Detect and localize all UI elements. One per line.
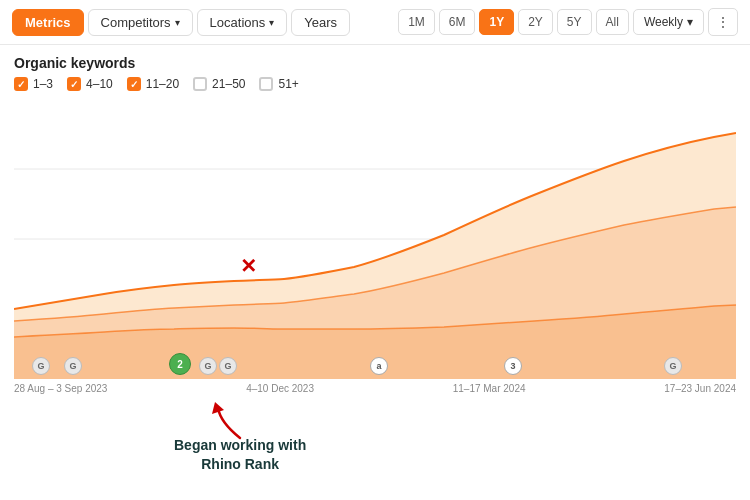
period-1y[interactable]: 1Y bbox=[479, 9, 514, 35]
legend-label-1-3: 1–3 bbox=[33, 77, 53, 91]
event-marker-g1[interactable]: G bbox=[32, 357, 50, 375]
x-label-3: 11–17 Mar 2024 bbox=[453, 383, 526, 394]
checkbox-1-3[interactable]: ✓ bbox=[14, 77, 28, 91]
right-controls: 1M 6M 1Y 2Y 5Y All Weekly ▾ ⋮ bbox=[398, 8, 738, 36]
top-bar: Metrics Competitors ▾ Locations ▾ Years … bbox=[0, 0, 750, 45]
more-options-button[interactable]: ⋮ bbox=[708, 8, 738, 36]
annotation-text: Began working with Rhino Rank bbox=[174, 436, 306, 474]
annotation-arrow bbox=[210, 400, 270, 440]
x-label-1: 28 Aug – 3 Sep 2023 bbox=[14, 383, 107, 394]
x-label-2: 4–10 Dec 2023 bbox=[246, 383, 314, 394]
anomaly-marker: ✕ bbox=[240, 254, 257, 278]
legend-item-51plus: 51+ bbox=[259, 77, 298, 91]
legend-item-21-50: 21–50 bbox=[193, 77, 245, 91]
checkbox-21-50[interactable] bbox=[193, 77, 207, 91]
checkbox-4-10[interactable]: ✓ bbox=[67, 77, 81, 91]
annotation-line1: Began working with bbox=[174, 437, 306, 453]
area-chart bbox=[14, 99, 736, 379]
chart-area: ✕ G G 2 G G a 3 G bbox=[14, 99, 736, 379]
left-tabs: Metrics Competitors ▾ Locations ▾ Years bbox=[12, 9, 350, 36]
annotation-area: Began working with Rhino Rank bbox=[14, 400, 736, 480]
tab-competitors[interactable]: Competitors ▾ bbox=[88, 9, 193, 36]
event-marker-3[interactable]: 3 bbox=[504, 357, 522, 375]
chevron-down-icon: ▾ bbox=[687, 15, 693, 29]
checkbox-51plus[interactable] bbox=[259, 77, 273, 91]
legend-item-11-20: ✓ 11–20 bbox=[127, 77, 179, 91]
x-axis-labels: 28 Aug – 3 Sep 2023 4–10 Dec 2023 11–17 … bbox=[0, 379, 750, 394]
chart-legend: ✓ 1–3 ✓ 4–10 ✓ 11–20 21–50 51+ bbox=[0, 77, 750, 99]
period-1m[interactable]: 1M bbox=[398, 9, 435, 35]
legend-label-11-20: 11–20 bbox=[146, 77, 179, 91]
event-marker-g2[interactable]: G bbox=[64, 357, 82, 375]
x-label-4: 17–23 Jun 2024 bbox=[664, 383, 736, 394]
period-all[interactable]: All bbox=[596, 9, 629, 35]
annotation-container: Began working with Rhino Rank bbox=[174, 400, 306, 474]
event-marker-gg2[interactable]: G bbox=[219, 357, 237, 375]
x-icon: ✕ bbox=[240, 255, 257, 277]
legend-item-1-3: ✓ 1–3 bbox=[14, 77, 53, 91]
period-2y[interactable]: 2Y bbox=[518, 9, 553, 35]
chart-title: Organic keywords bbox=[0, 45, 750, 77]
legend-item-4-10: ✓ 4–10 bbox=[67, 77, 113, 91]
tab-metrics[interactable]: Metrics bbox=[12, 9, 84, 36]
event-marker-2[interactable]: 2 bbox=[169, 353, 191, 375]
tab-locations[interactable]: Locations ▾ bbox=[197, 9, 288, 36]
weekly-label: Weekly bbox=[644, 15, 683, 29]
event-marker-a[interactable]: a bbox=[370, 357, 388, 375]
period-6m[interactable]: 6M bbox=[439, 9, 476, 35]
weekly-dropdown[interactable]: Weekly ▾ bbox=[633, 9, 704, 35]
tab-years[interactable]: Years bbox=[291, 9, 350, 36]
legend-label-21-50: 21–50 bbox=[212, 77, 245, 91]
chevron-down-icon: ▾ bbox=[269, 17, 274, 28]
legend-label-51plus: 51+ bbox=[278, 77, 298, 91]
tab-locations-label: Locations bbox=[210, 15, 266, 30]
checkbox-11-20[interactable]: ✓ bbox=[127, 77, 141, 91]
event-marker-g-right[interactable]: G bbox=[664, 357, 682, 375]
annotation-line2: Rhino Rank bbox=[201, 456, 279, 472]
event-marker-gg[interactable]: G bbox=[199, 357, 217, 375]
chevron-down-icon: ▾ bbox=[175, 17, 180, 28]
legend-label-4-10: 4–10 bbox=[86, 77, 113, 91]
period-5y[interactable]: 5Y bbox=[557, 9, 592, 35]
tab-competitors-label: Competitors bbox=[101, 15, 171, 30]
